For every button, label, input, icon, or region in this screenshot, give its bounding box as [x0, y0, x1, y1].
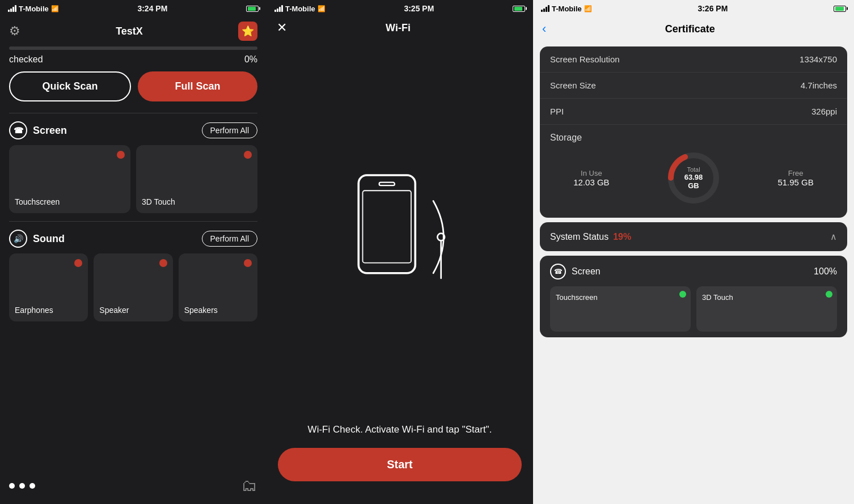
sound-section-title: 🔊 Sound — [9, 230, 65, 248]
battery-icon-2 — [513, 6, 525, 12]
screen-section-header: ☎ Screen Perform All — [0, 113, 267, 145]
panel-testx: T-Mobile 📶 3:24 PM ⚙ TestX ⭐ checked 0% … — [0, 0, 267, 504]
storage-section: Storage In Use 12.03 GB — [540, 125, 847, 218]
full-scan-button[interactable]: Full Scan — [138, 71, 257, 101]
app-title: TestX — [116, 26, 143, 37]
shield-icon[interactable]: ⭐ — [238, 22, 257, 41]
cert-info-card: Screen Resolution 1334x750 Screen Size 4… — [540, 46, 847, 218]
cert-label-size: Screen Size — [550, 81, 596, 90]
wifi-icon-1: 📶 — [51, 5, 59, 12]
status-left-3: T-Mobile 📶 — [541, 5, 592, 13]
sound-item-grid: Earphones Speaker Speakers — [0, 253, 267, 329]
battery-icon-1 — [246, 6, 259, 12]
system-status-percent: 19% — [613, 232, 631, 242]
status-right-1 — [246, 6, 259, 12]
start-button[interactable]: Start — [278, 448, 522, 481]
free-value: 51.95 GB — [777, 177, 813, 187]
progress-row: checked 0% — [0, 52, 267, 71]
status-left-2: T-Mobile 📶 — [274, 5, 325, 13]
sound-perform-all-button[interactable]: Perform All — [202, 231, 257, 247]
screen-section-title: ☎ Screen — [9, 121, 67, 139]
status-left-1: T-Mobile 📶 — [8, 5, 59, 13]
signal-icon-1 — [8, 5, 16, 12]
touchscreen-cert-card[interactable]: Touchscreen — [550, 286, 691, 332]
screen-title: Screen — [572, 266, 601, 277]
time-1: 3:24 PM — [137, 4, 167, 13]
p1-header: ⚙ TestX ⭐ — [0, 17, 267, 46]
folder-icon[interactable]: 🗂 — [242, 477, 257, 494]
carrier-2: T-Mobile — [285, 5, 315, 13]
storage-inuse: In Use 12.03 GB — [573, 169, 609, 187]
carrier-3: T-Mobile — [552, 5, 582, 13]
sound-section-header: 🔊 Sound Perform All — [0, 222, 267, 253]
touchscreen-card[interactable]: Touchscreen — [9, 145, 130, 213]
panel-wifi: T-Mobile 📶 3:25 PM ✕ Wi-Fi — [267, 0, 533, 504]
speakers-card[interactable]: Speakers — [179, 253, 257, 321]
screen-item-grid: Touchscreen 3D Touch — [0, 145, 267, 221]
storage-donut-row: In Use 12.03 GB Total 63.98 — [540, 150, 847, 212]
screen-items: Touchscreen 3D Touch — [550, 286, 837, 332]
close-button[interactable]: ✕ — [277, 20, 287, 35]
time-3: 3:26 PM — [697, 4, 728, 13]
dot-indicator-2 — [19, 483, 25, 489]
speaker-card[interactable]: Speaker — [94, 253, 172, 321]
cert-content: Screen Resolution 1334x750 Screen Size 4… — [533, 42, 854, 504]
touchscreen-cert-dot — [679, 291, 686, 298]
screen-percent: 100% — [814, 266, 837, 277]
3d-touch-dot — [244, 151, 252, 159]
gear-icon[interactable]: ⚙ — [9, 24, 20, 39]
touchscreen-dot — [117, 151, 125, 159]
total-label: Total — [679, 166, 708, 173]
wifi-icon-2: 📶 — [318, 5, 325, 12]
3d-touch-cert-dot — [826, 291, 832, 298]
wifi-title: Wi-Fi — [386, 22, 411, 34]
chevron-up-icon: ∧ — [830, 231, 837, 242]
system-status-left: System Status 19% — [550, 232, 631, 242]
earphones-card[interactable]: Earphones — [9, 253, 88, 321]
total-value: 63.98 GB — [679, 173, 708, 190]
cert-value-resolution: 1334x750 — [800, 54, 837, 64]
cert-nav: ‹ Certificate — [533, 17, 854, 42]
status-bar-2: T-Mobile 📶 3:25 PM — [267, 0, 533, 17]
cert-label-resolution: Screen Resolution — [550, 54, 620, 64]
speakers-dot — [244, 259, 252, 267]
wifi-illustration — [267, 42, 533, 422]
screen-label: Screen — [33, 125, 67, 137]
cert-value-size: 4.7inches — [801, 81, 837, 90]
screen-perform-all-button[interactable]: Perform All — [202, 122, 257, 138]
3d-touch-cert-card[interactable]: 3D Touch — [696, 286, 837, 332]
cert-row-resolution: Screen Resolution 1334x750 — [540, 46, 847, 73]
status-bar-1: T-Mobile 📶 3:24 PM — [0, 0, 267, 17]
system-status-card[interactable]: System Status 19% ∧ — [540, 222, 847, 251]
progress-percent: 0% — [244, 54, 257, 65]
touchscreen-cert-label: Touchscreen — [556, 293, 598, 302]
free-label: Free — [777, 169, 813, 177]
quick-scan-button[interactable]: Quick Scan — [9, 71, 131, 101]
earphones-dot — [74, 259, 82, 267]
wifi-description: Wi-Fi Check. Activate Wi-Fi and tap "Sta… — [267, 422, 533, 448]
inuse-label: In Use — [573, 169, 609, 177]
cert-value-ppi: 326ppi — [811, 107, 837, 116]
battery-icon-3 — [834, 6, 846, 12]
wifi-nav: ✕ Wi-Fi — [267, 17, 533, 42]
sound-icon: 🔊 — [9, 230, 27, 248]
screen-circle-icon: ☎ — [550, 264, 566, 279]
speaker-dot — [159, 259, 167, 267]
speakers-label: Speakers — [184, 277, 218, 315]
back-button[interactable]: ‹ — [542, 22, 546, 36]
sound-label: Sound — [33, 233, 65, 245]
cert-row-size: Screen Size 4.7inches — [540, 73, 847, 99]
touchscreen-label: Touchscreen — [15, 169, 60, 206]
speaker-label: Speaker — [99, 277, 129, 315]
storage-donut-chart: Total 63.98 GB — [665, 150, 722, 206]
carrier-1: T-Mobile — [19, 5, 49, 13]
scan-buttons: Quick Scan Full Scan — [0, 71, 267, 113]
status-bar-3: T-Mobile 📶 3:26 PM — [533, 0, 854, 17]
system-status-label: System Status — [550, 232, 608, 242]
dot-indicator-3 — [29, 483, 35, 489]
cert-row-ppi: PPI 326ppi — [540, 99, 847, 125]
time-2: 3:25 PM — [404, 4, 434, 13]
status-right-2 — [513, 6, 525, 12]
inuse-value: 12.03 GB — [573, 177, 609, 187]
3d-touch-card[interactable]: 3D Touch — [136, 145, 257, 213]
